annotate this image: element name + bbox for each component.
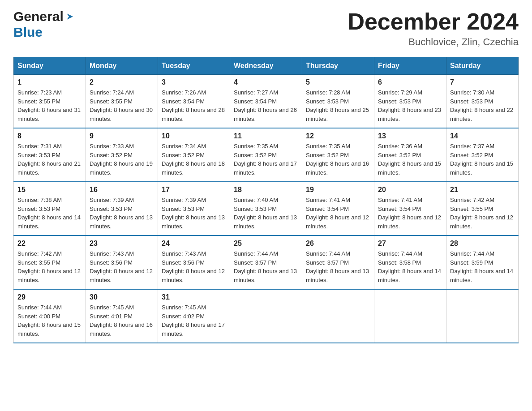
- logo-general-text: General: [13, 9, 64, 24]
- sunrise-label: Sunrise: 7:37 AM: [450, 143, 494, 150]
- day-info: Sunrise: 7:40 AM Sunset: 3:53 PM Dayligh…: [234, 196, 298, 231]
- daylight-label: Daylight: 8 hours and 26 minutes.: [234, 107, 297, 122]
- day-number: 6: [378, 78, 442, 86]
- sunrise-label: Sunrise: 7:45 AM: [90, 304, 134, 311]
- day-number: 1: [17, 78, 82, 86]
- day-number: 4: [234, 78, 298, 86]
- sunset-label: Sunset: 3:53 PM: [162, 206, 205, 212]
- day-info: Sunrise: 7:39 AM Sunset: 3:53 PM Dayligh…: [90, 196, 154, 231]
- daylight-label: Daylight: 8 hours and 13 minutes.: [234, 214, 297, 230]
- day-number: 5: [306, 78, 370, 86]
- day-info: Sunrise: 7:45 AM Sunset: 4:02 PM Dayligh…: [162, 303, 226, 338]
- calendar-cell: 26 Sunrise: 7:44 AM Sunset: 3:57 PM Dayl…: [302, 235, 374, 289]
- daylight-label: Daylight: 8 hours and 28 minutes.: [162, 107, 225, 122]
- day-info: Sunrise: 7:43 AM Sunset: 3:56 PM Dayligh…: [90, 249, 154, 284]
- sunset-label: Sunset: 3:53 PM: [450, 98, 493, 105]
- sunset-label: Sunset: 3:54 PM: [306, 206, 349, 212]
- day-number: 21: [450, 186, 515, 194]
- logo-blue-text: Blue: [13, 25, 43, 39]
- daylight-label: Daylight: 8 hours and 17 minutes.: [234, 160, 297, 176]
- calendar-cell: 31 Sunrise: 7:45 AM Sunset: 4:02 PM Dayl…: [158, 289, 230, 343]
- sunset-label: Sunset: 3:54 PM: [234, 98, 277, 105]
- day-info: Sunrise: 7:45 AM Sunset: 4:01 PM Dayligh…: [90, 303, 154, 338]
- sunset-label: Sunset: 3:52 PM: [162, 152, 205, 158]
- sunset-label: Sunset: 3:55 PM: [17, 98, 60, 105]
- day-number: 14: [450, 132, 515, 140]
- daylight-label: Daylight: 8 hours and 25 minutes.: [306, 107, 369, 122]
- daylight-label: Daylight: 8 hours and 15 minutes.: [378, 160, 441, 176]
- daylight-label: Daylight: 8 hours and 14 minutes.: [450, 268, 513, 283]
- day-info: Sunrise: 7:26 AM Sunset: 3:54 PM Dayligh…: [162, 88, 226, 123]
- day-number: 19: [306, 186, 370, 194]
- calendar-cell: 24 Sunrise: 7:43 AM Sunset: 3:56 PM Dayl…: [158, 235, 230, 289]
- sunrise-label: Sunrise: 7:35 AM: [234, 143, 278, 150]
- sunset-label: Sunset: 3:53 PM: [17, 206, 60, 212]
- sunrise-label: Sunrise: 7:44 AM: [306, 250, 350, 257]
- calendar-cell: 18 Sunrise: 7:40 AM Sunset: 3:53 PM Dayl…: [230, 182, 302, 235]
- calendar-cell: 27 Sunrise: 7:44 AM Sunset: 3:58 PM Dayl…: [374, 235, 446, 289]
- calendar-cell: 7 Sunrise: 7:30 AM Sunset: 3:53 PM Dayli…: [446, 75, 519, 128]
- sunset-label: Sunset: 3:52 PM: [306, 152, 349, 158]
- daylight-label: Daylight: 8 hours and 19 minutes.: [90, 160, 153, 176]
- daylight-label: Daylight: 8 hours and 14 minutes.: [17, 214, 81, 230]
- sunrise-label: Sunrise: 7:44 AM: [17, 304, 62, 311]
- calendar-week-row: 15 Sunrise: 7:38 AM Sunset: 3:53 PM Dayl…: [14, 182, 519, 235]
- calendar-cell: 13 Sunrise: 7:36 AM Sunset: 3:52 PM Dayl…: [374, 128, 446, 182]
- sunrise-label: Sunrise: 7:44 AM: [378, 250, 422, 257]
- sunset-label: Sunset: 4:01 PM: [90, 313, 133, 320]
- calendar-cell: 12 Sunrise: 7:35 AM Sunset: 3:52 PM Dayl…: [302, 128, 374, 182]
- day-number: 27: [378, 240, 442, 248]
- day-number: 26: [306, 240, 370, 248]
- sunrise-label: Sunrise: 7:45 AM: [162, 304, 206, 311]
- sunrise-label: Sunrise: 7:39 AM: [162, 197, 206, 203]
- daylight-label: Daylight: 8 hours and 22 minutes.: [450, 107, 513, 122]
- sunrise-label: Sunrise: 7:23 AM: [17, 89, 62, 96]
- column-header-saturday: Saturday: [446, 57, 519, 75]
- daylight-label: Daylight: 8 hours and 12 minutes.: [450, 214, 513, 230]
- day-info: Sunrise: 7:44 AM Sunset: 4:00 PM Dayligh…: [17, 303, 82, 338]
- calendar-cell: 23 Sunrise: 7:43 AM Sunset: 3:56 PM Dayl…: [86, 235, 158, 289]
- sunset-label: Sunset: 3:55 PM: [17, 259, 60, 266]
- daylight-label: Daylight: 8 hours and 18 minutes.: [162, 160, 225, 176]
- day-number: 22: [17, 240, 82, 248]
- daylight-label: Daylight: 8 hours and 17 minutes.: [162, 321, 225, 337]
- daylight-label: Daylight: 8 hours and 13 minutes.: [234, 268, 297, 283]
- calendar-cell: 1 Sunrise: 7:23 AM Sunset: 3:55 PM Dayli…: [14, 75, 86, 128]
- daylight-label: Daylight: 8 hours and 31 minutes.: [17, 107, 81, 122]
- sunset-label: Sunset: 3:52 PM: [378, 152, 421, 158]
- day-number: 20: [378, 186, 442, 194]
- day-number: 8: [17, 132, 82, 140]
- calendar-title: December 2024: [348, 9, 519, 34]
- day-number: 13: [378, 132, 442, 140]
- day-info: Sunrise: 7:37 AM Sunset: 3:52 PM Dayligh…: [450, 142, 515, 177]
- day-info: Sunrise: 7:44 AM Sunset: 3:59 PM Dayligh…: [450, 249, 515, 284]
- sunrise-label: Sunrise: 7:36 AM: [378, 143, 422, 150]
- sunrise-label: Sunrise: 7:33 AM: [90, 143, 134, 150]
- day-info: Sunrise: 7:42 AM Sunset: 3:55 PM Dayligh…: [450, 196, 515, 231]
- sunrise-label: Sunrise: 7:41 AM: [306, 197, 350, 203]
- svg-marker-0: [67, 13, 73, 20]
- calendar-subtitle: Buchlovice, Zlin, Czechia: [348, 36, 519, 48]
- day-info: Sunrise: 7:38 AM Sunset: 3:53 PM Dayligh…: [17, 196, 82, 231]
- daylight-label: Daylight: 8 hours and 12 minutes.: [17, 268, 81, 283]
- calendar-header-row: SundayMondayTuesdayWednesdayThursdayFrid…: [14, 57, 519, 75]
- day-info: Sunrise: 7:30 AM Sunset: 3:53 PM Dayligh…: [450, 88, 515, 123]
- day-info: Sunrise: 7:35 AM Sunset: 3:52 PM Dayligh…: [306, 142, 370, 177]
- daylight-label: Daylight: 8 hours and 13 minutes.: [162, 214, 225, 230]
- day-number: 2: [90, 78, 154, 86]
- calendar-cell: 16 Sunrise: 7:39 AM Sunset: 3:53 PM Dayl…: [86, 182, 158, 235]
- sunset-label: Sunset: 3:52 PM: [234, 152, 277, 158]
- daylight-label: Daylight: 8 hours and 13 minutes.: [90, 214, 153, 230]
- day-number: 29: [17, 293, 82, 301]
- day-info: Sunrise: 7:31 AM Sunset: 3:53 PM Dayligh…: [17, 142, 82, 177]
- day-info: Sunrise: 7:42 AM Sunset: 3:55 PM Dayligh…: [17, 249, 82, 284]
- day-number: 7: [450, 78, 515, 86]
- day-number: 28: [450, 240, 515, 248]
- calendar-cell: 11 Sunrise: 7:35 AM Sunset: 3:52 PM Dayl…: [230, 128, 302, 182]
- daylight-label: Daylight: 8 hours and 16 minutes.: [306, 160, 369, 176]
- calendar-cell: 3 Sunrise: 7:26 AM Sunset: 3:54 PM Dayli…: [158, 75, 230, 128]
- day-number: 24: [162, 240, 226, 248]
- daylight-label: Daylight: 8 hours and 23 minutes.: [378, 107, 441, 122]
- daylight-label: Daylight: 8 hours and 30 minutes.: [90, 107, 153, 122]
- column-header-friday: Friday: [374, 57, 446, 75]
